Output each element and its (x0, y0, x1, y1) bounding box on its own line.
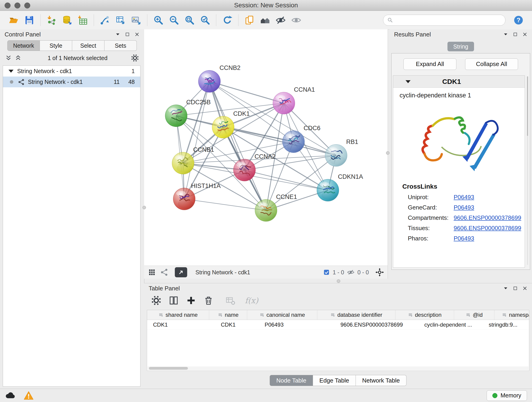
node-label: HIST1H1A (191, 182, 221, 189)
search-box[interactable] (383, 15, 505, 26)
close-panel-icon[interactable] (522, 286, 527, 291)
help-button[interactable]: ? (512, 13, 525, 27)
collection-expand-icon[interactable] (8, 70, 13, 73)
grid-view-icon[interactable] (148, 268, 156, 276)
minimize-window-button[interactable] (14, 2, 20, 8)
panel-menu-icon[interactable] (503, 32, 508, 37)
memory-button[interactable]: Memory (487, 390, 527, 401)
collapse-all-networks-icon[interactable] (15, 55, 22, 61)
float-panel-icon[interactable] (513, 286, 518, 291)
network-node-CDKN1A[interactable] (317, 179, 339, 201)
network-selection-button[interactable] (98, 13, 112, 27)
gene-section: CDK1 cyclin-dependent kinase 1 Cross (393, 75, 525, 268)
expand-all-networks-icon[interactable] (5, 55, 12, 61)
network-node-HIST1H1A[interactable] (173, 188, 195, 210)
close-window-button[interactable] (5, 2, 11, 8)
tab-string[interactable]: String (447, 42, 474, 51)
horizontal-scrollbar[interactable] (147, 366, 529, 370)
close-panel-icon[interactable] (134, 32, 139, 37)
import-network-db-button[interactable] (60, 13, 74, 27)
selected-nodes-checkbox-icon[interactable] (323, 269, 330, 276)
network-node-CCNB2[interactable] (198, 70, 220, 92)
genecard-link[interactable]: P06493 (454, 204, 474, 211)
tab-style[interactable]: Style (40, 40, 72, 51)
expand-all-button[interactable]: Expand All (404, 58, 456, 70)
collapse-all-button[interactable]: Collapse All (465, 58, 518, 70)
zoom-selected-button[interactable] (198, 13, 212, 27)
tab-network[interactable]: Network (7, 40, 40, 51)
birdseye-button[interactable] (259, 13, 272, 27)
zoom-in-button[interactable] (152, 13, 165, 27)
network-node-CCNE1[interactable] (255, 199, 277, 221)
table-row[interactable]: CDK1 CDK1 P06493 9606.ENSP00000378699 cy… (147, 320, 529, 330)
warning-icon[interactable] (23, 390, 34, 401)
tab-select[interactable]: Select (72, 40, 104, 51)
copy-button[interactable] (243, 13, 256, 27)
network-edge[interactable] (184, 199, 266, 211)
table-from-network-button[interactable] (114, 13, 127, 27)
column-header-shared-name[interactable]: shared name (147, 310, 209, 320)
tab-node-table[interactable]: Node Table (270, 375, 313, 386)
import-network-file-button[interactable] (45, 13, 58, 27)
gene-section-header[interactable]: CDK1 (393, 76, 525, 88)
tissues-link[interactable]: 9606.ENSP00000378699 (454, 225, 521, 232)
tab-sets[interactable]: Sets (104, 40, 137, 51)
results-scrollbar[interactable] (527, 76, 528, 265)
column-header-description[interactable]: description (395, 310, 454, 320)
panel-menu-icon[interactable] (115, 32, 120, 37)
float-panel-icon[interactable] (513, 32, 518, 37)
network-node-CCNA1[interactable] (273, 92, 295, 114)
open-session-button[interactable] (7, 13, 20, 27)
cloud-icon[interactable] (5, 390, 16, 401)
network-edge[interactable] (209, 81, 284, 103)
splitter-handle[interactable] (386, 151, 389, 155)
column-header-namespace[interactable]: namespace (494, 310, 529, 320)
column-header-id[interactable]: @id (454, 310, 494, 320)
import-table-button[interactable] (76, 13, 89, 27)
pan-tool-icon[interactable] (375, 268, 384, 277)
add-column-icon[interactable] (186, 295, 196, 306)
compartments-link[interactable]: 9606.ENSP00000378699 (454, 214, 521, 221)
column-header-canonical-name[interactable]: canonical name (247, 310, 317, 320)
network-node-CDC25B[interactable] (165, 105, 187, 127)
save-session-button[interactable] (23, 13, 36, 27)
network-node-RB1[interactable] (325, 144, 347, 166)
uniprot-link[interactable]: P06493 (454, 194, 474, 201)
hidden-elements-icon[interactable] (347, 268, 355, 276)
network-canvas[interactable]: CCNB2CCNA1CDC25BCDK1CDC6RB1CCNB1CCNA2CDK… (144, 29, 388, 266)
network-edge[interactable] (209, 81, 266, 211)
network-node-CCNB1[interactable] (172, 152, 194, 174)
close-panel-icon[interactable] (522, 32, 527, 37)
collapse-section-icon[interactable] (405, 80, 411, 83)
search-input[interactable] (396, 17, 501, 24)
detach-view-button[interactable] (175, 267, 187, 277)
splitter-handle[interactable] (143, 206, 146, 209)
gear-icon[interactable] (131, 54, 139, 62)
network-overview-icon[interactable] (160, 268, 168, 276)
network-node-CCNA2[interactable] (234, 159, 255, 181)
splitter-handle[interactable] (337, 279, 340, 283)
show-all-button[interactable] (290, 13, 303, 27)
panel-menu-icon[interactable] (503, 286, 508, 291)
tab-edge-table[interactable]: Edge Table (313, 375, 356, 386)
column-header-name[interactable]: name (209, 310, 247, 320)
network-collection-row[interactable]: String Network - cdk1 1 (3, 66, 140, 77)
scrollbar-thumb[interactable] (149, 367, 188, 370)
zoom-out-button[interactable] (167, 13, 181, 27)
hide-selected-button[interactable] (274, 13, 287, 27)
delete-column-icon[interactable] (203, 295, 214, 306)
zoom-window-button[interactable] (24, 2, 30, 8)
pharos-link[interactable]: P06493 (454, 235, 474, 242)
network-node-CDK1[interactable] (212, 116, 234, 138)
show-columns-icon[interactable] (168, 295, 179, 306)
network-edge[interactable] (244, 170, 328, 190)
export-image-button[interactable] (129, 13, 143, 27)
column-header-database-identifier[interactable]: database identifier (317, 310, 395, 320)
table-settings-icon[interactable] (151, 295, 162, 306)
apply-layout-button[interactable] (221, 13, 234, 27)
network-node-CDC6[interactable] (283, 131, 304, 153)
network-row-selected[interactable]: String Network - cdk1 11 48 (3, 77, 140, 87)
zoom-fit-button[interactable] (183, 13, 196, 27)
tab-network-table[interactable]: Network Table (356, 375, 406, 386)
float-panel-icon[interactable] (125, 32, 130, 37)
